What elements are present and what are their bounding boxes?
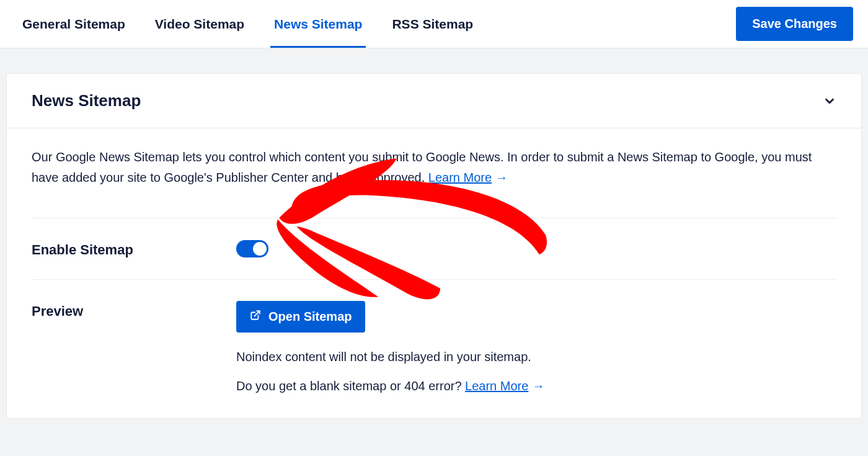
enable-sitemap-row: Enable Sitemap	[32, 218, 836, 280]
svg-line-0	[255, 311, 260, 316]
card-header: News Sitemap	[7, 74, 861, 128]
collapse-toggle[interactable]	[823, 94, 836, 108]
tab-label: News Sitemap	[274, 17, 362, 32]
arrow-right-icon: →	[532, 379, 544, 393]
preview-label: Preview	[32, 301, 236, 320]
preview-hint-noindex: Noindex content will not be displayed in…	[236, 350, 836, 364]
tab-news-sitemap[interactable]: News Sitemap	[259, 0, 377, 48]
learn-more-link-2[interactable]: Learn More	[465, 379, 528, 393]
news-sitemap-card: News Sitemap Our Google News Sitemap let…	[6, 73, 862, 419]
tab-video-sitemap[interactable]: Video Sitemap	[140, 0, 259, 48]
learn-more-link[interactable]: Learn More	[428, 171, 492, 184]
tab-label: Video Sitemap	[155, 17, 244, 32]
arrow-right-icon: →	[495, 168, 508, 188]
enable-sitemap-label: Enable Sitemap	[32, 239, 236, 258]
preview-row: Preview Open Sitemap Noindex content wil…	[32, 280, 836, 393]
tab-bar: General Sitemap Video Sitemap News Sitem…	[0, 0, 868, 48]
save-changes-button[interactable]: Save Changes	[736, 7, 853, 41]
toggle-knob	[253, 242, 267, 256]
card-description-text: Our Google News Sitemap lets you control…	[32, 150, 812, 184]
card-description: Our Google News Sitemap lets you control…	[32, 147, 836, 218]
open-sitemap-button-label: Open Sitemap	[268, 310, 352, 324]
preview-hint-blank-text: Do you get a blank sitemap or 404 error?	[236, 379, 465, 393]
enable-sitemap-toggle[interactable]	[236, 240, 268, 257]
tab-label: General Sitemap	[22, 17, 125, 32]
card-title: News Sitemap	[32, 91, 141, 110]
tab-rss-sitemap[interactable]: RSS Sitemap	[377, 0, 488, 48]
chevron-down-icon	[823, 94, 836, 108]
tab-general-sitemap[interactable]: General Sitemap	[7, 0, 140, 48]
open-sitemap-button[interactable]: Open Sitemap	[236, 301, 365, 333]
tab-label: RSS Sitemap	[392, 17, 473, 32]
preview-hint-blank: Do you get a blank sitemap or 404 error?…	[236, 379, 836, 393]
external-link-icon	[250, 310, 268, 324]
